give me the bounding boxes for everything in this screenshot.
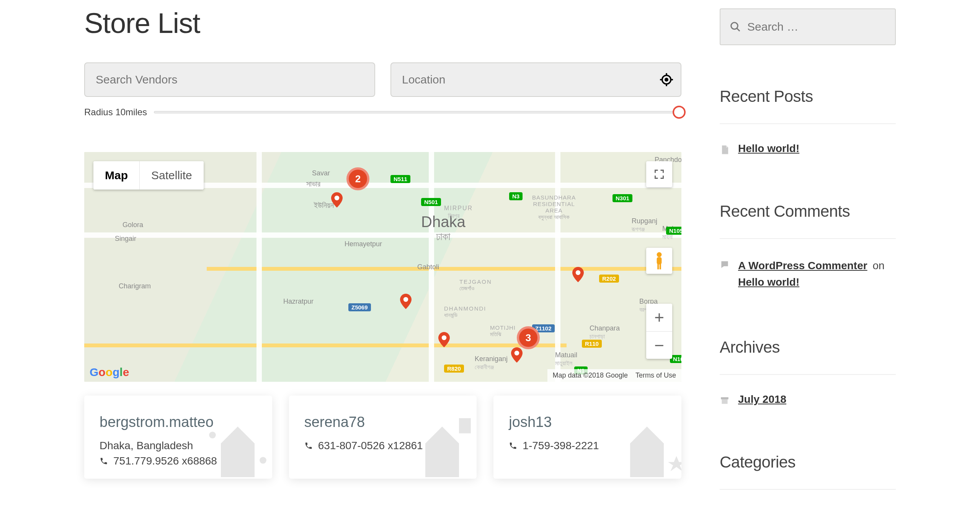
svg-rect-13	[657, 264, 659, 269]
radius-slider-thumb[interactable]	[673, 106, 686, 119]
pegman-icon	[652, 252, 667, 270]
phone-icon	[304, 442, 313, 450]
location-input[interactable]	[390, 62, 681, 97]
store-card[interactable]: bergstrom.matteo Dhaka, Bangladesh 751.7…	[84, 396, 272, 479]
svg-point-11	[657, 252, 662, 257]
map-pin-icon[interactable]	[509, 347, 524, 363]
radius-label: Radius 10miles	[84, 107, 147, 118]
svg-point-6	[335, 196, 340, 201]
store-watermark-icon	[196, 410, 272, 479]
archive-icon	[720, 396, 730, 406]
store-card[interactable]: serena78 631-807-0526 x12861	[289, 396, 477, 479]
map-pin-icon[interactable]	[329, 192, 345, 208]
radius-slider[interactable]	[154, 111, 681, 113]
comment-icon	[720, 260, 730, 270]
svg-rect-14	[660, 264, 661, 269]
comment-post-link[interactable]: Hello world!	[738, 276, 799, 288]
map-pin-icon[interactable]	[570, 267, 586, 282]
map-cluster[interactable]: 3	[517, 326, 540, 349]
store-watermark-icon	[605, 410, 681, 479]
zoom-controls: + −	[646, 304, 672, 359]
svg-point-9	[514, 351, 519, 356]
svg-rect-28	[722, 399, 727, 404]
map-cluster[interactable]: 2	[346, 167, 369, 190]
store-card[interactable]: josh13 1-759-398-2221	[493, 396, 681, 479]
archives-heading: Archives	[720, 338, 896, 357]
svg-marker-23	[630, 427, 664, 443]
svg-marker-24	[668, 456, 681, 471]
svg-point-18	[260, 457, 266, 464]
categories-heading: Categories	[720, 453, 896, 471]
fullscreen-icon	[654, 169, 665, 180]
page-title: Store List	[84, 7, 681, 39]
svg-marker-16	[221, 427, 255, 443]
svg-point-1	[665, 78, 668, 82]
store-map[interactable]: Dhakaঢাকা Savar সাভার ইউনিয়ন Golora Sin…	[84, 152, 681, 382]
map-tab-map[interactable]: Map	[93, 161, 139, 190]
recent-comment-item: A WordPress Commenter on Hello world!	[720, 252, 896, 296]
archive-link[interactable]: July 2018	[738, 393, 786, 406]
search-icon	[730, 21, 741, 33]
sidebar-search[interactable]	[720, 8, 896, 45]
category-item: Uncategorized	[720, 503, 896, 507]
svg-point-17	[209, 432, 216, 438]
svg-rect-15	[221, 443, 255, 477]
comment-author-link[interactable]: A WordPress Commenter	[738, 260, 867, 271]
recent-post-item: Hello world!	[720, 137, 896, 160]
pegman-button[interactable]	[646, 248, 672, 274]
svg-point-25	[731, 23, 738, 29]
recent-comments-heading: Recent Comments	[720, 202, 896, 221]
fullscreen-button[interactable]	[646, 161, 672, 187]
svg-rect-19	[425, 443, 459, 477]
recent-posts-heading: Recent Posts	[720, 87, 896, 106]
svg-marker-20	[425, 427, 459, 443]
google-logo: Google	[90, 366, 129, 379]
svg-rect-22	[630, 443, 664, 477]
terms-link[interactable]: Terms of Use	[635, 371, 676, 379]
svg-point-8	[442, 335, 447, 340]
zoom-in-button[interactable]: +	[646, 304, 672, 331]
map-pin-icon[interactable]	[398, 294, 413, 309]
store-watermark-icon	[400, 410, 477, 479]
svg-rect-12	[657, 257, 662, 264]
svg-point-7	[403, 297, 408, 302]
svg-rect-21	[459, 418, 471, 433]
vendor-search-input[interactable]	[84, 62, 375, 97]
map-type-tabs: Map Satellite	[93, 161, 204, 190]
map-pin-icon[interactable]	[436, 332, 452, 347]
map-attribution: Map data ©2018 Google Terms of Use	[547, 369, 681, 382]
phone-icon	[100, 457, 108, 465]
svg-point-10	[576, 270, 581, 275]
sidebar-search-input[interactable]	[747, 20, 885, 33]
svg-line-26	[737, 28, 740, 31]
document-icon	[720, 145, 730, 155]
archive-item: July 2018	[720, 388, 896, 411]
recent-post-link[interactable]: Hello world!	[738, 142, 799, 155]
phone-icon	[509, 442, 517, 450]
map-tab-satellite[interactable]: Satellite	[139, 161, 204, 190]
locate-me-icon[interactable]	[660, 73, 673, 86]
svg-rect-27	[721, 397, 728, 399]
zoom-out-button[interactable]: −	[646, 331, 672, 359]
